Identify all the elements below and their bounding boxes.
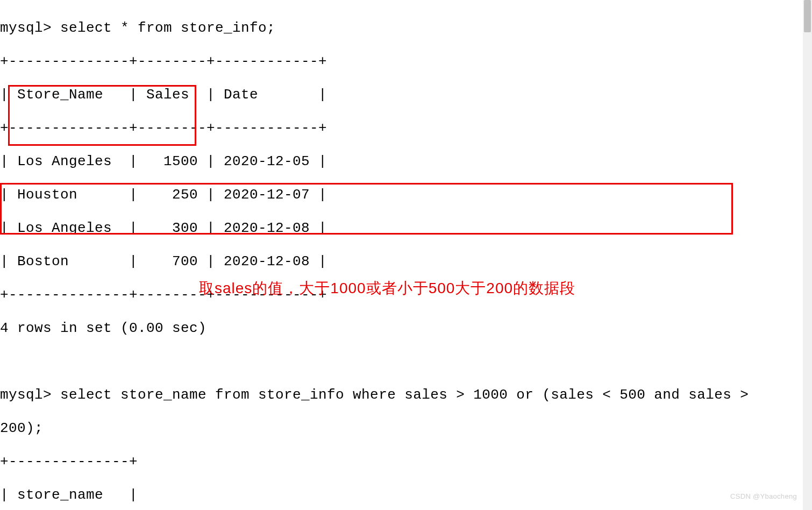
table1-row: | Los Angeles | 1500 | 2020-12-05 | xyxy=(0,153,749,170)
query2-sql-part1: select store_name from store_info where … xyxy=(60,387,749,403)
query2-line2: 200); xyxy=(0,420,749,437)
vertical-scrollbar[interactable] xyxy=(803,0,812,510)
watermark-text: CSDN @Ybaocheng xyxy=(730,488,797,505)
query2-line1: mysql> select store_name from store_info… xyxy=(0,387,749,403)
blank-line xyxy=(0,353,749,370)
scrollbar-thumb[interactable] xyxy=(804,0,811,32)
table1-border-top: +--------------+--------+------------+ xyxy=(0,53,749,70)
table1-row: | Los Angeles | 300 | 2020-12-08 | xyxy=(0,220,749,237)
table1-header: | Store_Name | Sales | Date | xyxy=(0,87,749,103)
query1-sql: select * from store_info; xyxy=(60,20,275,36)
table1-border-mid: +--------------+--------+------------+ xyxy=(0,120,749,137)
mysql-prompt: mysql> xyxy=(0,387,60,403)
mysql-terminal[interactable]: mysql> select * from store_info; +------… xyxy=(0,3,749,510)
table1-row: | Boston | 700 | 2020-12-08 | xyxy=(0,253,749,270)
query1-status: 4 rows in set (0.00 sec) xyxy=(0,320,749,337)
table2-border-top: +--------------+ xyxy=(0,454,749,470)
table1-row: | Houston | 250 | 2020-12-07 | xyxy=(0,187,749,203)
annotation-text: 取sales的值，大于1000或者小于500大于200的数据段 xyxy=(199,280,575,296)
table2-header: | store_name | xyxy=(0,487,749,504)
query1-line: mysql> select * from store_info; xyxy=(0,20,749,37)
mysql-prompt: mysql> xyxy=(0,20,60,36)
